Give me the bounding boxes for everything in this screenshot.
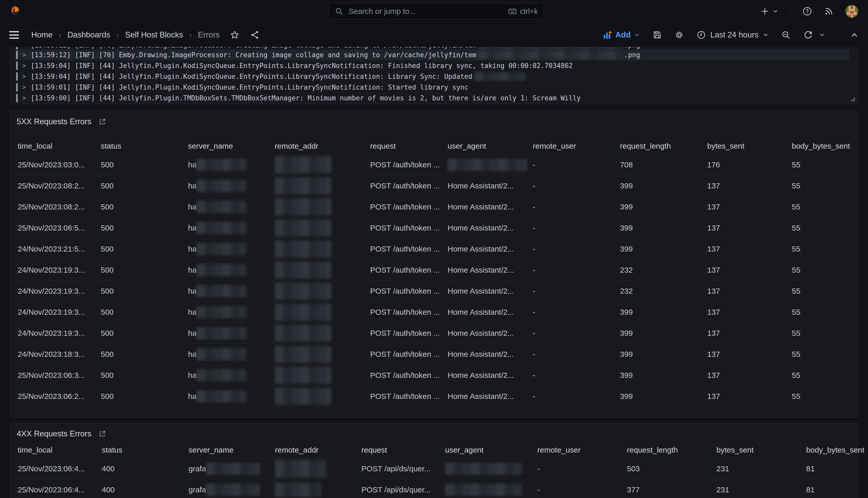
table-cell-user_agent: Home Assistant/2... <box>447 344 532 365</box>
column-header-time_local[interactable]: time_local <box>17 138 100 154</box>
panel-header[interactable]: 5XX Requests Errors <box>17 117 851 126</box>
cell-text: 137 <box>707 371 720 380</box>
external-link-icon[interactable] <box>98 118 106 126</box>
share-icon[interactable] <box>250 30 260 40</box>
cell-text: POST /api/ds/quer... <box>362 485 431 494</box>
column-header-server_name[interactable]: server_name <box>187 138 274 154</box>
breadcrumb-self-host-blocks[interactable]: Self Host Blocks <box>125 30 183 40</box>
expand-log-chevron-icon[interactable]: > <box>22 94 26 102</box>
panel-header[interactable]: 4XX Requests Errors <box>17 429 851 438</box>
global-search[interactable]: ctrl+k <box>329 3 544 19</box>
column-header-time_local[interactable]: time_local <box>17 442 101 458</box>
table-cell-remote_user: - <box>532 365 619 385</box>
column-header-user_agent[interactable]: user_agent <box>444 442 536 458</box>
column-header-remote_user[interactable]: remote_user <box>532 138 619 154</box>
cell-text: - <box>533 350 535 358</box>
cell-text: ha <box>188 182 196 190</box>
time-range-picker[interactable]: Last 24 hours <box>696 30 769 40</box>
log-row[interactable]: >[13:59:01] [INF] [44] Jellyfin.Plugin.K… <box>15 82 849 93</box>
breadcrumb-home[interactable]: Home <box>31 30 53 40</box>
table-row[interactable]: 25/Nov/2023:08:2...500haPOST /auth/token… <box>17 175 851 196</box>
column-header-request[interactable]: request <box>361 442 444 458</box>
log-row[interactable]: >[13:59:12] [INF] [70] Emby.Drawing.Imag… <box>15 47 849 50</box>
news-rss-icon[interactable] <box>824 6 833 16</box>
cell-text: ha <box>188 371 196 380</box>
expand-log-chevron-icon[interactable]: > <box>22 62 26 69</box>
cell-text: POST /auth/token ... <box>370 224 440 232</box>
table-cell-server_name: ha <box>187 260 274 280</box>
expand-log-chevron-icon[interactable]: > <box>22 73 26 80</box>
table-cell-remote_user: - <box>532 280 619 301</box>
column-header-server_name[interactable]: server_name <box>188 442 274 458</box>
favorite-star-icon[interactable] <box>230 30 240 40</box>
table-row[interactable]: 24/Nov/2023:19:3...500haPOST /auth/token… <box>17 280 851 301</box>
cell-text: POST /auth/token ... <box>370 308 440 316</box>
topbar-actions <box>760 5 868 18</box>
table-row[interactable]: 25/Nov/2023:06:5...500haPOST /auth/token… <box>17 217 851 238</box>
cell-text: ha <box>188 308 196 316</box>
refresh-interval-chevron-icon[interactable] <box>819 32 825 38</box>
redacted-cell <box>275 304 331 320</box>
help-icon[interactable] <box>802 6 812 16</box>
log-row[interactable]: >[13:59:12] [INF] [70] Emby.Drawing.Imag… <box>15 50 849 60</box>
column-header-status[interactable]: status <box>101 442 188 458</box>
log-row[interactable]: >[13:59:04] [INF] [44] Jellyfin.Plugin.K… <box>15 60 849 71</box>
table-row[interactable]: 25/Nov/2023:08:2...500haPOST /auth/token… <box>17 196 851 217</box>
zoom-out-time-icon[interactable] <box>781 30 791 40</box>
table-cell-server_name: ha <box>187 302 274 323</box>
add-panel-icon <box>602 30 612 40</box>
save-dashboard-icon[interactable] <box>652 30 662 40</box>
cell-text: ha <box>188 392 196 401</box>
table-cell-status: 400 <box>101 479 188 498</box>
external-link-icon[interactable] <box>98 430 106 438</box>
cell-text: 137 <box>707 287 720 296</box>
table-row[interactable]: 24/Nov/2023:21:5...500haPOST /auth/token… <box>17 238 851 259</box>
panel-resize-grip[interactable] <box>849 95 856 102</box>
table-row[interactable]: 25/Nov/2023:03:0...500haPOST /auth/token… <box>17 154 851 175</box>
new-menu-button[interactable] <box>760 6 778 16</box>
column-header-bytes_sent[interactable]: bytes_sent <box>715 442 805 458</box>
table-row[interactable]: 24/Nov/2023:18:3...500haPOST /auth/token… <box>17 343 851 365</box>
expand-log-chevron-icon[interactable]: > <box>22 47 26 49</box>
column-header-request_length[interactable]: request_length <box>619 138 706 154</box>
expand-log-chevron-icon[interactable]: > <box>22 84 26 91</box>
log-row[interactable]: >[13:59:04] [INF] [44] Jellyfin.Plugin.K… <box>15 71 849 82</box>
table-row[interactable]: 25/Nov/2023:06:4...400grafaPOST /api/ds/… <box>17 479 851 498</box>
log-row[interactable]: >[13:59:00] [INF] [44] Jellyfin.Plugin.T… <box>15 93 849 103</box>
column-header-user_agent[interactable]: user_agent <box>447 138 532 154</box>
column-header-request_length[interactable]: request_length <box>626 442 715 458</box>
table-row[interactable]: 24/Nov/2023:19:3...500haPOST /auth/token… <box>17 323 851 343</box>
breadcrumb-dashboards[interactable]: Dashboards <box>67 30 110 40</box>
column-header-bytes_sent[interactable]: bytes_sent <box>706 138 791 154</box>
user-avatar[interactable] <box>845 5 858 18</box>
column-header-body_bytes_sent[interactable]: body_bytes_sent <box>805 442 868 458</box>
column-header-remote_addr[interactable]: remote_addr <box>274 138 369 154</box>
search-input[interactable] <box>348 7 503 16</box>
table-cell-body_bytes_sent: 55 <box>791 196 868 217</box>
table-row[interactable]: 24/Nov/2023:19:3...500haPOST /auth/token… <box>17 259 851 280</box>
cell-text: 24/Nov/2023:19:3... <box>18 329 85 338</box>
table-row[interactable]: 25/Nov/2023:06:4...400grafaPOST /api/ds/… <box>17 458 851 479</box>
column-header-remote_user[interactable]: remote_user <box>536 442 626 458</box>
table-row[interactable]: 25/Nov/2023:06:3...500haPOST /auth/token… <box>17 365 851 385</box>
column-header-status[interactable]: status <box>100 138 187 154</box>
grafana-logo-icon[interactable] <box>9 5 22 17</box>
table-row[interactable]: 24/Nov/2023:19:3...500haPOST /auth/token… <box>17 301 851 323</box>
cell-text: - <box>533 266 535 274</box>
log-message: [13:59:04] [INF] [44] Jellyfin.Plugin.Ko… <box>30 62 572 69</box>
add-panel-button[interactable]: Add <box>602 30 640 40</box>
column-header-body_bytes_sent[interactable]: body_bytes_sent <box>791 138 868 154</box>
refresh-icon[interactable] <box>803 30 813 40</box>
collapse-top-bar-chevron-up-icon[interactable] <box>850 30 859 39</box>
column-header-request[interactable]: request <box>369 138 447 154</box>
table-row[interactable]: 25/Nov/2023:06:2...500haPOST /auth/token… <box>17 385 851 407</box>
cell-text: POST /auth/token ... <box>370 182 440 190</box>
breadcrumb-errors[interactable]: Errors <box>198 30 220 40</box>
menu-toggle-icon[interactable] <box>9 31 19 39</box>
cell-text: 500 <box>101 287 114 296</box>
table-cell-time_local: 25/Nov/2023:06:4... <box>17 479 101 498</box>
column-header-remote_addr[interactable]: remote_addr <box>274 442 361 458</box>
dashboard-settings-gear-icon[interactable] <box>674 30 684 40</box>
expand-log-chevron-icon[interactable]: > <box>22 51 26 58</box>
cell-text: 400 <box>102 464 115 473</box>
